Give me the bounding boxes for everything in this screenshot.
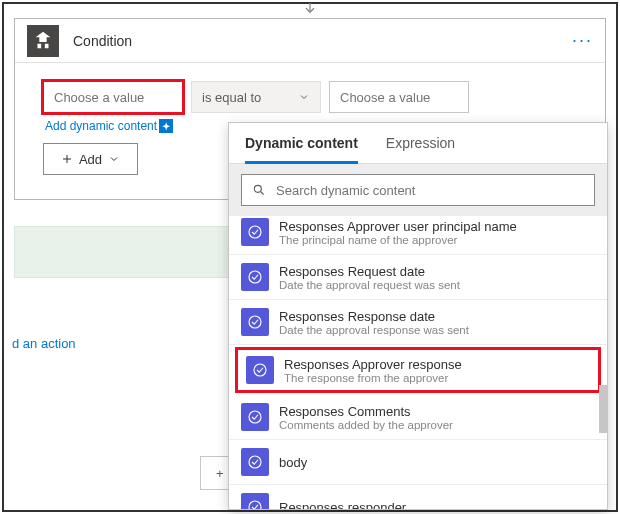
approval-icon: [241, 263, 269, 291]
dynamic-content-popup: Dynamic content Expression Responses App…: [228, 122, 608, 510]
approval-icon: [241, 218, 269, 246]
svg-point-0: [254, 185, 261, 192]
list-item[interactable]: Responses Response date Date the approva…: [229, 300, 607, 345]
condition-icon: [27, 25, 59, 57]
item-desc: Date the approval request was sent: [279, 279, 460, 291]
condition-value-2-input[interactable]: [329, 81, 469, 113]
list-item[interactable]: Responses responder: [229, 485, 607, 509]
approval-icon: [241, 308, 269, 336]
card-menu-button[interactable]: ···: [572, 30, 593, 51]
add-button-label: Add: [79, 152, 102, 167]
flow-arrow-in-icon: [300, 0, 320, 18]
search-box[interactable]: [241, 174, 595, 206]
svg-point-1: [249, 226, 261, 238]
item-desc: Comments added by the approver: [279, 419, 453, 431]
condition-operator-select[interactable]: is equal to: [191, 81, 321, 113]
chevron-down-icon: [298, 91, 310, 103]
list-item[interactable]: Responses Approver user principal name T…: [229, 216, 607, 255]
item-title: body: [279, 455, 307, 470]
approval-icon: [246, 356, 274, 384]
svg-point-2: [249, 271, 261, 283]
item-title: Responses Approver user principal name: [279, 219, 517, 234]
plus-icon: [61, 153, 73, 165]
condition-value-1-input[interactable]: [43, 81, 183, 113]
svg-point-6: [249, 456, 261, 468]
approval-icon: [241, 448, 269, 476]
search-icon: [252, 183, 266, 197]
item-desc: The principal name of the approver: [279, 234, 517, 246]
svg-point-5: [249, 411, 261, 423]
list-item[interactable]: Responses Request date Date the approval…: [229, 255, 607, 300]
item-title: Responses Comments: [279, 404, 453, 419]
scrollbar-thumb[interactable]: [599, 385, 607, 433]
item-desc: Date the approval response was sent: [279, 324, 469, 336]
item-title: Responses Approver response: [284, 357, 462, 372]
svg-point-4: [254, 364, 266, 376]
operator-label: is equal to: [202, 90, 261, 105]
list-item[interactable]: Responses Comments Comments added by the…: [229, 395, 607, 440]
dynamic-content-list: Responses Approver user principal name T…: [229, 216, 607, 509]
chevron-down-icon: [108, 153, 120, 165]
condition-header: Condition ···: [15, 19, 605, 63]
approval-icon: [241, 493, 269, 509]
add-dynamic-content-link[interactable]: Add dynamic content: [45, 119, 157, 133]
add-button[interactable]: Add: [43, 143, 138, 175]
condition-title: Condition: [73, 33, 132, 49]
tab-expression[interactable]: Expression: [386, 135, 455, 163]
item-desc: The response from the approver: [284, 372, 462, 384]
list-item-approver-response[interactable]: Responses Approver response The response…: [235, 347, 601, 393]
list-item[interactable]: body: [229, 440, 607, 485]
plus-icon: ✦: [159, 119, 173, 133]
item-title: Responses responder: [279, 500, 406, 510]
item-title: Responses Request date: [279, 264, 460, 279]
item-title: Responses Response date: [279, 309, 469, 324]
tab-dynamic-content[interactable]: Dynamic content: [245, 135, 358, 164]
add-action-link-partial[interactable]: d an action: [12, 336, 76, 351]
search-input[interactable]: [276, 183, 584, 198]
svg-point-3: [249, 316, 261, 328]
approval-icon: [241, 403, 269, 431]
